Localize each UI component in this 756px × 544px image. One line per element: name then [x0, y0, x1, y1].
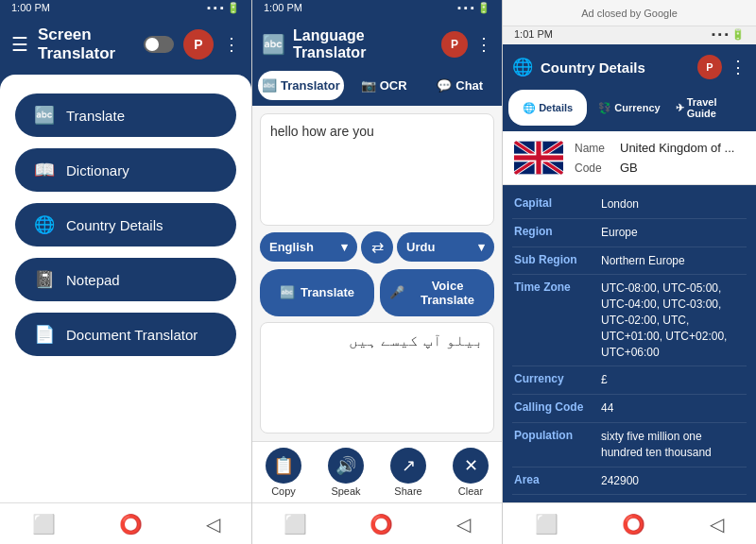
country-name-value: United Kingdom of ...: [620, 141, 734, 155]
detail-key: Currency: [514, 372, 593, 385]
detail-row: Area 242900: [512, 468, 747, 496]
country-icon: 🌐: [34, 214, 55, 235]
nav2-circle-icon[interactable]: ⭕: [369, 513, 393, 536]
status-icons-1: ▪ ▪ ▪ 🔋: [207, 2, 240, 14]
voice-translate-label: Voice Translate: [410, 279, 485, 307]
nav2-back-icon[interactable]: ◁: [456, 513, 471, 536]
toggle-switch[interactable]: [144, 36, 174, 53]
tab-currency-icon: 💱: [598, 102, 611, 114]
detail-row: Calling Code 44: [512, 395, 747, 423]
detail-val: Northern Europe: [601, 253, 745, 269]
translator-input-area[interactable]: hello how are you: [260, 113, 494, 226]
status-bar-1: 1:00 PM ▪ ▪ ▪ 🔋: [0, 0, 251, 18]
nav-square-icon[interactable]: ⬜: [32, 513, 56, 536]
target-lang-label: Urdu: [406, 240, 435, 254]
panel3-bottom-nav: ⬜ ⭕ ◁: [503, 502, 756, 544]
copy-button[interactable]: 📋 Copy: [266, 448, 301, 497]
tab-details-icon: 🌐: [523, 102, 536, 114]
menu-item-notepad[interactable]: 📓 Notepad: [15, 258, 236, 301]
language-translator-panel: 1:00 PM ▪ ▪ ▪ 🔋 🔤 Language Translator P …: [251, 0, 503, 544]
menu-item-country[interactable]: 🌐 Country Details: [15, 203, 236, 246]
source-lang-label: English: [269, 240, 314, 254]
detail-val: £: [601, 372, 745, 388]
tab-chat-label: Chat: [455, 78, 483, 93]
detail-row: Time Zone UTC-08:00, UTC-05:00, UTC-04:0…: [512, 275, 747, 366]
tab-currency-label: Currency: [614, 102, 660, 113]
nav3-square-icon[interactable]: ⬜: [535, 513, 558, 536]
code-label: Code: [575, 162, 612, 175]
tab-ocr[interactable]: 📷 OCR: [348, 71, 421, 100]
document-label: Document Translator: [66, 327, 198, 343]
speak-icon: 🔊: [328, 448, 364, 484]
panel1-more-icon[interactable]: ⋮: [223, 34, 240, 55]
country-name-code: Name United Kingdom of ... Code GB: [575, 141, 745, 175]
detail-key: Population: [514, 429, 593, 442]
ad-bar: Ad closed by Google: [503, 0, 756, 26]
menu-item-dictionary[interactable]: 📖 Dictionary: [15, 148, 236, 192]
tab-chat-icon: 💬: [437, 78, 452, 93]
translator-logo-icon: 🔤: [262, 33, 285, 56]
country-code-row: Code GB: [575, 161, 745, 175]
tab-details[interactable]: 🌐 Details: [508, 90, 587, 126]
copy-label: Copy: [271, 485, 296, 497]
source-lang-chevron: ▾: [341, 240, 348, 254]
detail-key: Region: [514, 225, 593, 238]
tab-travel[interactable]: ✈ Travel Guide: [672, 90, 750, 126]
panel3-more-icon[interactable]: ⋮: [730, 57, 747, 77]
translate-button[interactable]: 🔤 Translate: [260, 269, 374, 316]
panel1-menu: 🔤 Translate 📖 Dictionary 🌐 Country Detai…: [0, 75, 251, 502]
detail-key: Area: [514, 473, 593, 486]
hamburger-icon[interactable]: ☰: [11, 33, 28, 56]
clear-button[interactable]: ✕ Clear: [453, 448, 489, 497]
tab-translator[interactable]: 🔤 Translator: [258, 71, 344, 100]
panel1-header: ☰ Screen Translator P ⋮: [0, 18, 251, 71]
panel2-avatar: P: [441, 31, 468, 58]
share-icon: ↗: [390, 448, 426, 484]
menu-item-document[interactable]: 📄 Document Translator: [15, 313, 236, 356]
tab-currency[interactable]: 💱 Currency: [590, 90, 668, 126]
status-time-2: 1:00 PM: [264, 2, 302, 14]
panel2-more-icon[interactable]: ⋮: [475, 34, 492, 55]
nav-circle-icon[interactable]: ⭕: [119, 513, 143, 536]
translate-icon: 🔤: [34, 105, 55, 126]
panel2-content: hello how are you English ▾ ⇄ Urdu ▾ 🔤 T…: [252, 106, 502, 441]
detail-row: Sub Region Northern Europe: [512, 247, 747, 276]
lang-selector-row: English ▾ ⇄ Urdu ▾: [260, 231, 494, 264]
swap-languages-button[interactable]: ⇄: [361, 231, 393, 264]
clear-label: Clear: [458, 485, 483, 497]
detail-key: Sub Region: [514, 253, 593, 266]
tab-travel-label: Travel Guide: [687, 96, 747, 119]
share-label: Share: [394, 485, 421, 497]
country-header: Name United Kingdom of ... Code GB: [503, 131, 756, 185]
panel3-header: 🌐 Country Details P ⋮: [503, 44, 756, 90]
nav-back-icon[interactable]: ◁: [206, 513, 220, 536]
voice-icon: 🎤: [389, 285, 404, 299]
panel2-header: 🔤 Language Translator P ⋮: [252, 18, 502, 71]
translator-output-area: بیلو آپ کیسے ہیں: [260, 322, 494, 434]
nav3-back-icon[interactable]: ◁: [710, 513, 724, 536]
target-lang-select[interactable]: Urdu ▾: [397, 232, 494, 262]
nav3-circle-icon[interactable]: ⭕: [622, 513, 645, 536]
voice-translate-button[interactable]: 🎤 Voice Translate: [380, 269, 494, 316]
speak-button[interactable]: 🔊 Speak: [328, 448, 364, 497]
menu-item-translate[interactable]: 🔤 Translate: [15, 94, 236, 137]
detail-val: UTC-08:00, UTC-05:00, UTC-04:00, UTC-03:…: [601, 280, 745, 360]
share-button[interactable]: ↗ Share: [390, 448, 426, 497]
panel2-tabs: 🔤 Translator 📷 OCR 💬 Chat: [252, 71, 502, 106]
tab-ocr-icon: 📷: [361, 78, 376, 93]
screen-translator-panel: 1:00 PM ▪ ▪ ▪ 🔋 ☰ Screen Translator P ⋮ …: [0, 0, 251, 544]
country-code-value: GB: [620, 161, 638, 175]
notepad-label: Notepad: [66, 272, 120, 288]
nav2-square-icon[interactable]: ⬜: [284, 513, 307, 536]
dictionary-label: Dictionary: [66, 162, 129, 178]
source-lang-select[interactable]: English ▾: [260, 232, 357, 262]
copy-icon: 📋: [266, 448, 301, 484]
tab-travel-icon: ✈: [676, 102, 684, 114]
detail-key: Time Zone: [514, 280, 593, 294]
speak-label: Speak: [331, 485, 360, 497]
tab-chat[interactable]: 💬 Chat: [423, 71, 496, 100]
translate-btn-icon: 🔤: [280, 285, 295, 299]
output-text: بیلو آپ کیسے ہیں: [349, 332, 484, 348]
detail-val: 242900: [601, 473, 745, 489]
status-bar-3: 1:01 PM ▪ ▪ ▪ 🔋: [503, 26, 756, 44]
